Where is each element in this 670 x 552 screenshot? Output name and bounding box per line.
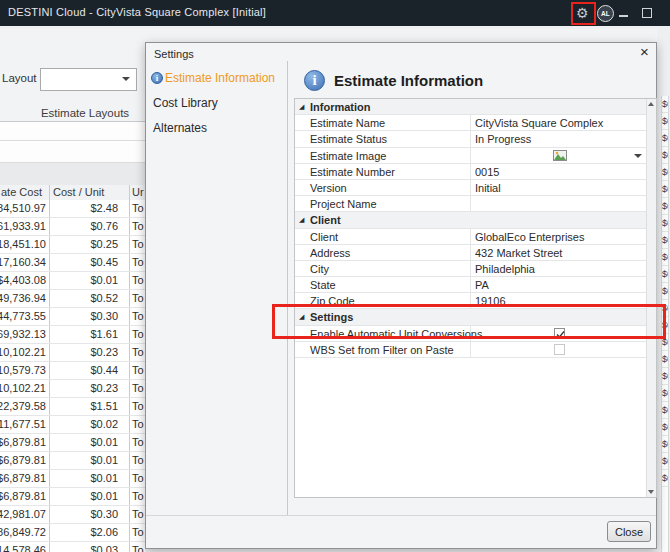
cell: 110,102.21: [0, 382, 46, 394]
grid-row-wbs-set-from-filter-on-paste: WBS Set from Filter on Paste: [295, 342, 647, 358]
cost-table-row[interactable]: $4,403.08$0.01To: [0, 272, 145, 290]
cell: To: [132, 382, 144, 394]
cost-table-row[interactable]: 769,932.13$1.61To: [0, 326, 145, 344]
cell: $0.02: [50, 418, 118, 430]
cell: $11,677.51: [0, 418, 46, 430]
cell: To: [132, 436, 144, 448]
grid-row-estimate-status: Estimate StatusIn Progress: [295, 131, 647, 147]
cell: To: [132, 238, 144, 250]
image-thumbnail-icon: [553, 150, 567, 161]
cell: 184,510.97: [0, 202, 46, 214]
cost-table-row[interactable]: $14,578.46$0.03To: [0, 542, 145, 552]
property-label: Estimate Name: [310, 117, 385, 129]
cell: To: [132, 400, 144, 412]
expander-icon[interactable]: ◢: [299, 103, 304, 111]
cost-table-row[interactable]: 110,102.21$0.23To: [0, 344, 145, 362]
cell: $0.01: [50, 454, 118, 466]
grid-row-city: CityPhiladelphia: [295, 261, 647, 277]
cost-table-row[interactable]: $11,677.51$0.02To: [0, 416, 145, 434]
cost-table-row[interactable]: 184,510.97$2.48To: [0, 200, 145, 218]
cell: To: [132, 418, 144, 430]
clipped-cell-fragment: $6: [662, 96, 668, 113]
cost-table-row[interactable]: 361,933.91$0.76To: [0, 218, 145, 236]
col-header-estimate-cost: ate Cost: [1, 186, 42, 198]
grid-section-information[interactable]: ◢Information: [295, 99, 647, 115]
close-button[interactable]: Close: [607, 521, 651, 542]
clipped-cell-fragment: $6: [662, 283, 668, 300]
screen: DESTINI Cloud - CityVista Square Complex…: [0, 0, 670, 552]
cell: To: [132, 328, 144, 340]
cost-table-row[interactable]: $6,879.81$0.01To: [0, 452, 145, 470]
cell: 361,933.91: [0, 220, 46, 232]
property-value[interactable]: GlobalEco Enterprises: [475, 231, 584, 243]
clipped-cell-fragment: $6: [662, 164, 668, 181]
cell: To: [132, 544, 144, 552]
cost-table-row[interactable]: 144,773.55$0.30To: [0, 308, 145, 326]
cost-table-row[interactable]: 217,160.34$0.45To: [0, 254, 145, 272]
grid-scrollbar[interactable]: [646, 99, 656, 497]
cell: 217,160.34: [0, 256, 46, 268]
clipped-cell-fragment: $6: [662, 215, 668, 232]
expander-icon[interactable]: ◢: [299, 216, 304, 224]
dialog-close-icon[interactable]: ×: [640, 44, 649, 59]
cost-table-row[interactable]: 110,102.21$0.23To: [0, 380, 145, 398]
cost-table-row[interactable]: 118,451.10$0.25To: [0, 236, 145, 254]
property-value[interactable]: Initial: [475, 182, 501, 194]
cost-table-row[interactable]: 210,579.73$0.44To: [0, 362, 145, 380]
cell: $0.44: [50, 364, 118, 376]
cell: $1.51: [50, 400, 118, 412]
property-label: Version: [310, 182, 347, 194]
section-label: Information: [310, 101, 371, 113]
clipped-cell-fragment: $6: [662, 249, 668, 266]
panel-title: Estimate Information: [334, 72, 483, 89]
cell: To: [132, 274, 144, 286]
checkbox-unchecked[interactable]: [554, 344, 565, 355]
property-value[interactable]: 0015: [475, 166, 499, 178]
cost-table-row[interactable]: 142,981.07$0.30To: [0, 506, 145, 524]
clipped-cell-fragment: $6: [662, 198, 668, 215]
clipped-cell-fragment: $6: [662, 130, 668, 147]
layout-combobox[interactable]: [40, 68, 137, 91]
property-value[interactable]: PA: [475, 279, 489, 291]
maximize-button[interactable]: [642, 8, 652, 18]
grid-section-client[interactable]: ◢Client: [295, 212, 647, 228]
property-grid: ◢InformationEstimate NameCityVista Squar…: [294, 98, 657, 498]
clipped-cell-fragment: $6: [662, 113, 668, 130]
sidebar-item-estimate-information[interactable]: iEstimate Information: [146, 67, 287, 92]
cell: $4,403.08: [0, 274, 46, 286]
sidebar-item-label: Alternates: [153, 121, 207, 135]
titlebar: DESTINI Cloud - CityVista Square Complex…: [0, 0, 670, 26]
property-value[interactable]: In Progress: [475, 133, 531, 145]
filter-row: [0, 141, 145, 163]
cost-table-row[interactable]: $6,879.81$0.01To: [0, 470, 145, 488]
cell: To: [132, 220, 144, 232]
cost-table-row[interactable]: 986,849.72$2.06To: [0, 524, 145, 542]
cost-table-row[interactable]: $6,879.81$0.01To: [0, 488, 145, 506]
cell: $1.61: [50, 328, 118, 340]
cell: $6,879.81: [0, 454, 46, 466]
property-value[interactable]: 432 Market Street: [475, 247, 562, 259]
cell: 144,773.55: [0, 310, 46, 322]
sidebar-item-alternates[interactable]: Alternates: [146, 117, 287, 142]
cell: $0.52: [50, 292, 118, 304]
property-value[interactable]: CityVista Square Complex: [475, 117, 603, 129]
property-value[interactable]: Philadelphia: [475, 263, 535, 275]
chevron-down-icon[interactable]: [634, 154, 642, 158]
grid-row-estimate-name: Estimate NameCityVista Square Complex: [295, 115, 647, 131]
cost-table-row[interactable]: 249,736.94$0.52To: [0, 290, 145, 308]
scroll-down-icon[interactable]: [648, 490, 654, 494]
cost-table-row[interactable]: 722,379.58$1.51To: [0, 398, 145, 416]
cost-table-row[interactable]: $6,879.81$0.01To: [0, 434, 145, 452]
user-avatar[interactable]: AL: [597, 5, 614, 22]
cell: $0.30: [50, 310, 118, 322]
grid-row-estimate-image: Estimate Image: [295, 148, 647, 164]
scroll-up-icon[interactable]: [648, 102, 654, 106]
grid-row-version: VersionInitial: [295, 180, 647, 196]
sidebar-item-cost-library[interactable]: Cost Library: [146, 92, 287, 117]
cell: $2.48: [50, 202, 118, 214]
minimize-button[interactable]: [619, 15, 628, 17]
property-label: Estimate Image: [310, 150, 386, 162]
nav-divider: [287, 61, 288, 515]
grid-row-address: Address432 Market Street: [295, 245, 647, 261]
footer-separator: [146, 515, 656, 516]
